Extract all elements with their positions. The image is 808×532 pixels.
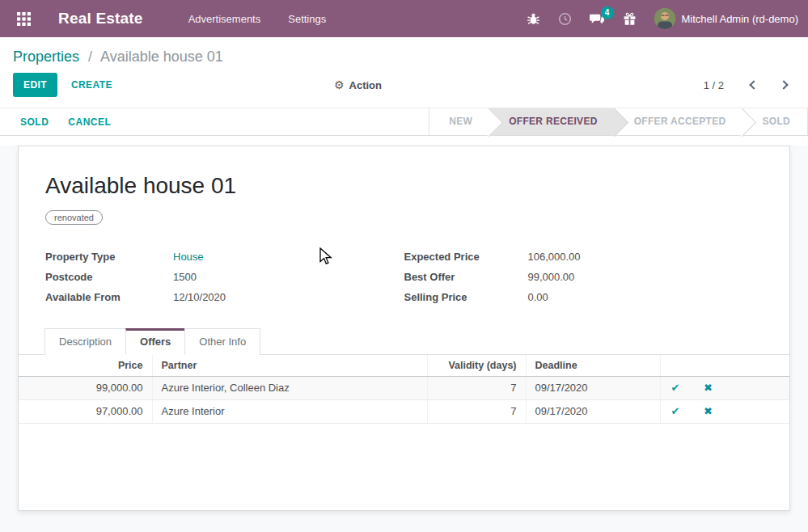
accept-offer-check-icon[interactable]: ✔: [671, 382, 680, 394]
column-header-deadline[interactable]: Deadline: [526, 355, 660, 376]
field-label: Best Offer: [404, 267, 528, 287]
control-panel: Properties / Available house 01 EDIT CRE…: [0, 37, 808, 108]
stage-offer-received[interactable]: OFFER RECEIVED: [489, 108, 615, 135]
accept-offer-check-icon[interactable]: ✔: [671, 405, 680, 417]
stage-pipeline: NEW OFFER RECEIVED OFFER ACCEPTED SOLD: [429, 108, 808, 135]
offer-price: 97,000.00: [19, 399, 152, 423]
field-group-right: Expected Price 106,000.00 Best Offer 99,…: [404, 247, 764, 307]
stage-offer-accepted[interactable]: OFFER ACCEPTED: [615, 108, 743, 135]
breadcrumb: Properties / Available house 01: [13, 46, 795, 67]
field-label: Property Type: [45, 247, 173, 267]
debug-bug-icon[interactable]: [527, 12, 540, 26]
offer-actions: ✔ ✖: [660, 376, 789, 399]
gift-icon[interactable]: [623, 12, 637, 26]
stage-sold-label: SOLD: [762, 116, 790, 127]
stage-new-label: NEW: [449, 116, 472, 127]
app-menus: Advertisements Settings: [188, 13, 327, 25]
column-header-actions: [660, 355, 789, 376]
pager: 1 / 2: [704, 74, 795, 95]
offers-table: Price Partner Validity (days) Deadline 9…: [19, 355, 789, 424]
statusbar: SOLD CANCEL NEW OFFER RECEIVED OFFER ACC…: [0, 108, 808, 136]
chevron-left-icon: [749, 80, 758, 89]
record-title: Available house 01: [45, 172, 763, 200]
activities-clock-icon[interactable]: [558, 12, 572, 26]
offer-partner: Azure Interior, Colleen Diaz: [152, 376, 427, 399]
field-available-from: Available From 12/10/2020: [45, 287, 404, 307]
field-postcode: Postcode 1500: [45, 267, 404, 287]
tab-offers[interactable]: Offers: [125, 328, 185, 355]
user-menu[interactable]: Mitchell Admin (rd-demo): [654, 8, 799, 29]
navbar-systray: 4 Mitchell Admin (rd-demo): [527, 8, 799, 29]
statusbar-buttons: SOLD CANCEL: [20, 108, 111, 135]
breadcrumb-separator: /: [88, 49, 92, 65]
property-type-link[interactable]: House: [173, 247, 204, 267]
expected-price-value: 106,000.00: [528, 247, 581, 267]
cancel-button[interactable]: CANCEL: [68, 116, 111, 128]
chevron-right-icon: [779, 80, 788, 89]
field-label: Available From: [45, 287, 173, 307]
offer-row[interactable]: 99,000.00 Azure Interior, Colleen Diaz 7…: [19, 376, 789, 399]
offer-deadline: 09/17/2020: [526, 399, 660, 423]
offers-table-header: Price Partner Validity (days) Deadline: [19, 355, 789, 376]
stage-offer-accepted-label: OFFER ACCEPTED: [634, 116, 726, 127]
tab-other-info[interactable]: Other Info: [184, 328, 260, 355]
field-best-offer: Best Offer 99,000.00: [404, 267, 764, 287]
column-header-partner[interactable]: Partner: [152, 355, 427, 376]
field-property-type: Property Type House: [45, 247, 404, 267]
menu-settings[interactable]: Settings: [288, 13, 326, 25]
pager-next-button[interactable]: [774, 74, 795, 95]
offer-partner: Azure Interior: [152, 399, 427, 423]
sold-button[interactable]: SOLD: [20, 116, 49, 128]
user-name: Mitchell Admin (rd-demo): [682, 13, 799, 25]
edit-button[interactable]: EDIT: [13, 73, 57, 97]
field-label: Selling Price: [404, 287, 528, 307]
pager-previous-button[interactable]: [742, 74, 763, 95]
offer-validity: 7: [427, 399, 526, 423]
user-avatar: [654, 8, 675, 29]
messages-chat-icon[interactable]: 4: [590, 12, 605, 26]
selling-price-value: 0.00: [528, 287, 548, 307]
breadcrumb-properties-link[interactable]: Properties: [13, 49, 79, 65]
action-menu-button[interactable]: ⚙ Action: [334, 78, 382, 91]
field-group-left: Property Type House Postcode 1500 Availa…: [45, 247, 404, 307]
column-header-price[interactable]: Price: [19, 355, 152, 376]
field-label: Expected Price: [404, 247, 528, 267]
column-header-validity[interactable]: Validity (days): [427, 355, 526, 376]
apps-menu-icon[interactable]: [10, 5, 37, 32]
refuse-offer-x-icon[interactable]: ✖: [704, 382, 713, 394]
tab-description[interactable]: Description: [44, 328, 126, 355]
field-groups: Property Type House Postcode 1500 Availa…: [19, 247, 789, 307]
control-panel-buttons: EDIT CREATE ⚙ Action 1 / 2: [13, 73, 795, 97]
create-button[interactable]: CREATE: [71, 79, 112, 91]
offer-price: 99,000.00: [19, 376, 152, 399]
offer-deadline: 09/17/2020: [526, 376, 660, 399]
notebook-tabs: Description Offers Other Info: [19, 328, 789, 355]
grid-icon: [17, 12, 31, 26]
refuse-offer-x-icon[interactable]: ✖: [704, 405, 713, 417]
field-expected-price: Expected Price 106,000.00: [404, 247, 764, 267]
form-view-background: Available house 01 renovated Property Ty…: [0, 146, 808, 532]
postcode-value: 1500: [173, 267, 197, 287]
field-selling-price: Selling Price 0.00: [404, 287, 764, 307]
offer-validity: 7: [427, 376, 526, 399]
app-title[interactable]: Real Estate: [58, 10, 143, 27]
stage-offer-received-label: OFFER RECEIVED: [509, 116, 598, 127]
form-sheet: Available house 01 renovated Property Ty…: [18, 146, 790, 511]
field-label: Postcode: [45, 267, 173, 287]
menu-advertisements[interactable]: Advertisements: [188, 13, 261, 25]
offer-row[interactable]: 97,000.00 Azure Interior 7 09/17/2020 ✔ …: [19, 399, 789, 423]
best-offer-value: 99,000.00: [528, 267, 575, 287]
action-label: Action: [349, 79, 382, 91]
breadcrumb-current: Available house 01: [100, 49, 223, 65]
available-from-value: 12/10/2020: [173, 287, 226, 307]
offer-actions: ✔ ✖: [660, 399, 789, 423]
gear-icon: ⚙: [334, 78, 345, 91]
pager-value: 1 / 2: [704, 79, 724, 91]
top-navbar: Real Estate Advertisements Settings: [0, 0, 808, 37]
stage-new[interactable]: NEW: [429, 108, 489, 135]
message-count-badge: 4: [601, 6, 614, 19]
property-tag: renovated: [45, 210, 103, 225]
